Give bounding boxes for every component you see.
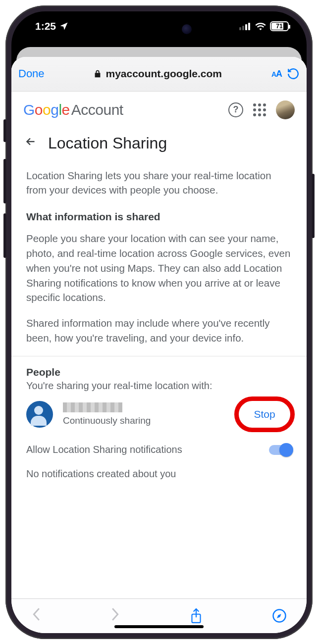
notifications-toggle-label: Allow Location Sharing notifications <box>26 444 182 455</box>
people-section: People You're sharing your real-time loc… <box>11 356 307 480</box>
info-paragraph-1: People you share your location with can … <box>26 231 292 305</box>
silent-switch <box>3 119 6 142</box>
section-heading: What information is shared <box>26 209 292 224</box>
safari-sheet: Done myaccount.google.com AA G o o <box>11 57 307 633</box>
svg-rect-3 <box>248 23 250 30</box>
done-button[interactable]: Done <box>18 67 45 80</box>
apps-grid-icon[interactable] <box>253 103 266 116</box>
safari-toolbar: Done myaccount.google.com AA <box>11 57 307 92</box>
location-arrow-icon <box>59 21 69 31</box>
page-content: G o o g l e Account ? <box>11 92 307 598</box>
help-icon[interactable]: ? <box>228 102 243 117</box>
power-button <box>312 174 315 238</box>
svg-rect-2 <box>245 24 247 30</box>
svg-rect-1 <box>242 26 244 30</box>
battery-icon: 71 <box>270 21 289 31</box>
phone-screen: 1:25 71 <box>11 11 307 633</box>
home-indicator[interactable] <box>114 625 204 628</box>
reload-icon[interactable] <box>287 67 300 80</box>
lock-icon <box>94 69 102 78</box>
page-title: Location Sharing <box>48 134 167 152</box>
person-status: Continuously sharing <box>63 415 227 426</box>
intro-text: Location Sharing lets you share your rea… <box>26 168 292 198</box>
status-time: 1:25 <box>35 20 56 32</box>
google-logo: G o o g l e Account <box>23 101 123 118</box>
url-bar[interactable]: myaccount.google.com <box>50 68 266 80</box>
url-text: myaccount.google.com <box>106 68 222 80</box>
account-avatar[interactable] <box>276 100 295 119</box>
info-paragraph-2: Shared information may include where you… <box>26 316 292 345</box>
share-icon[interactable] <box>190 608 203 624</box>
volume-down-button <box>3 213 6 258</box>
cell-signal-icon <box>239 22 251 30</box>
nav-forward-icon <box>110 607 120 625</box>
open-in-safari-icon[interactable] <box>272 608 287 623</box>
no-notifications-text: No notifications created about you <box>26 468 292 480</box>
people-heading: People <box>26 366 292 378</box>
back-arrow-icon[interactable] <box>24 135 37 151</box>
wifi-icon <box>255 22 266 30</box>
text-size-button[interactable]: AA <box>271 69 282 79</box>
person-name-redacted <box>63 402 122 412</box>
notifications-toggle[interactable] <box>269 445 292 455</box>
svg-rect-0 <box>239 27 241 30</box>
dynamic-island <box>119 19 199 40</box>
annotation-highlight <box>234 396 295 432</box>
volume-up-button <box>3 159 6 203</box>
nav-back-icon <box>31 607 41 625</box>
people-subheading: You're sharing your real-time location w… <box>26 380 292 392</box>
battery-percent: 71 <box>276 23 282 30</box>
person-avatar-icon <box>26 401 53 428</box>
google-account-header: G o o g l e Account ? <box>11 92 307 128</box>
shared-person-row: Continuously sharing Stop <box>26 398 292 430</box>
phone-frame: 1:25 71 <box>5 5 313 639</box>
